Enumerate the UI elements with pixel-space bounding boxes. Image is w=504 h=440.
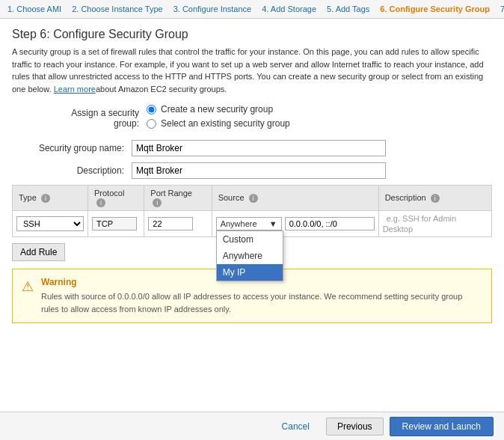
col-type: Type i: [13, 186, 88, 211]
dropdown-arrow-icon: ▼: [269, 219, 277, 228]
port-info-icon[interactable]: i: [153, 198, 162, 207]
radio-create-new[interactable]: [147, 105, 156, 114]
security-group-name-input[interactable]: [132, 140, 386, 156]
protocol-input: [92, 217, 137, 230]
assign-section: Assign a security group: Create a new se…: [57, 104, 492, 132]
intro-paragraph: A security group is a set of firewall ru…: [12, 46, 492, 95]
radio-existing-row: Select an existing security group: [147, 118, 290, 129]
port-input[interactable]: [148, 217, 193, 230]
port-cell: [144, 211, 212, 237]
nav-step-3[interactable]: 3. Configure Instance: [173, 4, 252, 13]
main-content: Step 6: Configure Security Group A secur…: [0, 19, 504, 405]
nav-step-5-link[interactable]: 5. Add Tags: [327, 4, 369, 13]
security-group-name-row: Security group name:: [12, 140, 492, 156]
nav-step-5[interactable]: 5. Add Tags: [327, 4, 369, 13]
radio-create-new-label: Create a new security group: [161, 104, 273, 114]
type-cell: SSH: [13, 211, 88, 237]
nav-step-1-link[interactable]: 1. Choose AMI: [7, 4, 61, 13]
protocol-info-icon[interactable]: i: [96, 198, 105, 207]
radio-existing-label: Select an existing security group: [161, 118, 290, 129]
source-dropdown-container: Anywhere ▼ Custom Anywhere My IP: [216, 217, 282, 230]
desc-info-icon[interactable]: i: [431, 194, 440, 203]
rules-table: Type i Protocol i Port Range i Source i …: [12, 185, 492, 237]
nav-step-7[interactable]: 7. Review: [500, 4, 504, 13]
nav-step-2-link[interactable]: 2. Choose Instance Type: [72, 4, 163, 13]
dropdown-option-myip[interactable]: My IP: [217, 264, 283, 281]
nav-step-1[interactable]: 1. Choose AMI: [7, 4, 61, 13]
cidr-input[interactable]: [285, 217, 375, 230]
previous-button[interactable]: Previous: [326, 418, 384, 436]
description-cell: e.g. SSH for Admin Desktop: [378, 211, 491, 237]
col-source: Source i: [212, 186, 378, 211]
dropdown-option-anywhere[interactable]: Anywhere: [217, 248, 283, 264]
source-dropdown-menu: Custom Anywhere My IP: [216, 230, 283, 281]
nav-step-3-link[interactable]: 3. Configure Instance: [173, 4, 252, 13]
description-row: Description:: [12, 162, 492, 179]
cancel-button[interactable]: Cancel: [271, 418, 320, 435]
source-dropdown-button[interactable]: Anywhere ▼: [216, 217, 282, 230]
col-description: Description i: [378, 186, 491, 211]
warning-text: Rules with source of 0.0.0.0/0 allow all…: [41, 290, 482, 315]
bottom-bar: Cancel Previous Review and Launch: [0, 412, 504, 440]
radio-create-new-row: Create a new security group: [147, 104, 290, 114]
assign-label: Assign a security group:: [57, 108, 147, 129]
description-label: Description:: [12, 165, 132, 176]
name-label: Security group name:: [12, 143, 132, 153]
protocol-cell: [88, 211, 144, 237]
review-and-launch-button[interactable]: Review and Launch: [390, 417, 494, 436]
radio-group: Create a new security group Select an ex…: [147, 104, 290, 132]
warning-content: Warning Rules with source of 0.0.0.0/0 a…: [41, 277, 482, 315]
nav-step-4-link[interactable]: 4. Add Storage: [262, 4, 316, 13]
col-port-range: Port Range i: [144, 186, 212, 211]
nav-step-2[interactable]: 2. Choose Instance Type: [72, 4, 163, 13]
warning-icon: ⚠: [22, 278, 34, 295]
intro-text-end: about Amazon EC2 security groups.: [96, 85, 227, 94]
page-title: Step 6: Configure Security Group: [12, 28, 492, 41]
table-row: SSH Anywhere ▼: [13, 211, 492, 237]
nav-step-7-link[interactable]: 7. Review: [500, 4, 504, 13]
radio-existing[interactable]: [147, 119, 156, 129]
source-info-icon[interactable]: i: [249, 194, 258, 203]
nav-step-4[interactable]: 4. Add Storage: [262, 4, 316, 13]
col-protocol: Protocol i: [88, 186, 144, 211]
table-header-row: Type i Protocol i Port Range i Source i …: [13, 186, 492, 211]
type-select[interactable]: SSH: [16, 216, 84, 231]
source-selected-label: Anywhere: [221, 219, 257, 228]
dropdown-option-custom[interactable]: Custom: [217, 231, 283, 248]
description-input[interactable]: [132, 162, 386, 179]
add-rule-button[interactable]: Add Rule: [12, 243, 65, 261]
nav-step-6: 6. Configure Security Group: [380, 4, 490, 13]
source-cell: Anywhere ▼ Custom Anywhere My IP: [212, 211, 378, 237]
type-info-icon[interactable]: i: [41, 194, 50, 203]
learn-more-link[interactable]: Learn more: [54, 85, 96, 94]
step-navigation: 1. Choose AMI 2. Choose Instance Type 3.…: [0, 0, 504, 19]
desc-placeholder-text: e.g. SSH for Admin Desktop: [383, 214, 457, 233]
